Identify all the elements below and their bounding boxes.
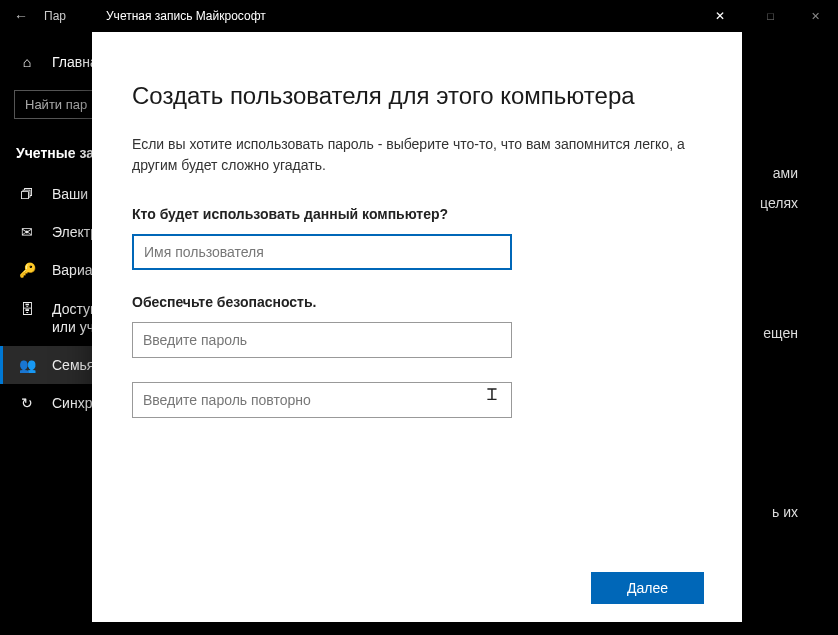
close-icon: ✕ xyxy=(715,9,725,23)
key-icon: 🔑 xyxy=(18,262,36,278)
username-label: Кто будет использовать данный компьютер? xyxy=(132,206,702,222)
password-input[interactable] xyxy=(132,322,512,358)
next-button[interactable]: Далее xyxy=(591,572,704,604)
password-confirm-input[interactable] xyxy=(132,382,512,418)
username-input[interactable] xyxy=(132,234,512,270)
home-icon: ⌂ xyxy=(18,54,36,70)
sidebar-item-label: Доступ или уч xyxy=(52,300,98,336)
dialog-close-button[interactable]: ✕ xyxy=(697,0,742,32)
dialog-footer: Далее xyxy=(92,554,742,622)
dialog-description: Если вы хотите использовать пароль - выб… xyxy=(132,134,692,176)
user-card-icon: 🗇 xyxy=(18,186,36,202)
create-user-dialog: Учетная запись Майкрософт ✕ Создать поль… xyxy=(92,0,742,622)
dialog-heading: Создать пользователя для этого компьютер… xyxy=(132,82,702,110)
dialog-titlebar: Учетная запись Майкрософт ✕ xyxy=(92,0,742,32)
back-arrow-icon[interactable]: ← xyxy=(14,8,28,24)
close-button[interactable]: ✕ xyxy=(793,0,838,32)
work-icon: 🗄 xyxy=(18,301,36,317)
sync-icon: ↻ xyxy=(18,395,36,411)
dialog-body: Создать пользователя для этого компьютер… xyxy=(92,32,742,554)
family-icon: 👥 xyxy=(18,357,36,373)
maximize-button[interactable]: □ xyxy=(748,0,793,32)
dialog-title: Учетная запись Майкрософт xyxy=(106,9,697,23)
security-label: Обеспечьте безопасность. xyxy=(132,294,702,310)
home-label: Главна xyxy=(52,54,98,70)
mail-icon: ✉ xyxy=(18,224,36,240)
sidebar-item-label: Семья xyxy=(52,356,94,374)
